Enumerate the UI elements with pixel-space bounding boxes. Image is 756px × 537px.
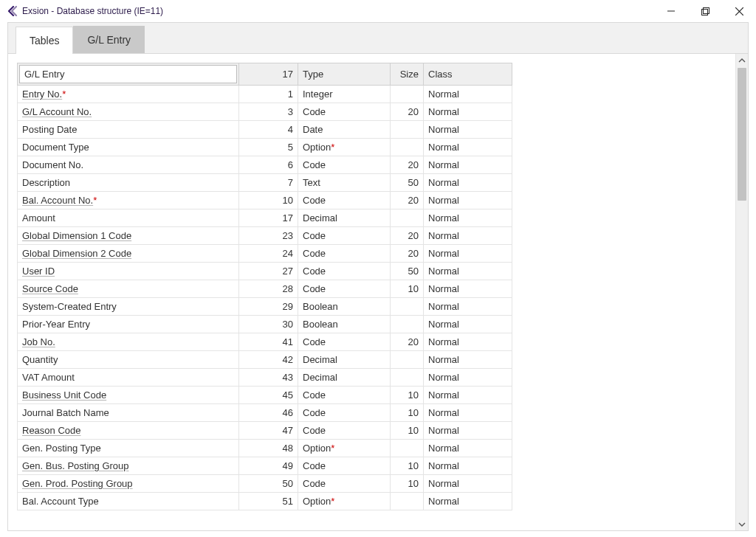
cell-field-no: 29	[239, 298, 298, 316]
cell-field-type: Decimal	[298, 369, 391, 387]
field-type: Code	[303, 195, 326, 206]
cell-field-name[interactable]: Gen. Bus. Posting Group	[18, 457, 239, 475]
cell-field-name[interactable]: Gen. Posting Type	[18, 440, 239, 457]
cell-field-size: 10	[391, 280, 424, 298]
table-row[interactable]: Document No.6Code20Normal	[18, 156, 512, 174]
cell-field-name[interactable]: Description	[18, 174, 239, 192]
table-row[interactable]: Quantity42DecimalNormal	[18, 351, 512, 369]
cell-field-class: Normal	[424, 121, 512, 139]
tab-gl-entry[interactable]: G/L Entry	[73, 26, 145, 53]
cell-field-no: 24	[239, 245, 298, 263]
table-row[interactable]: Bal. Account No.*10Code20Normal	[18, 192, 512, 209]
cell-field-no: 41	[239, 333, 298, 351]
cell-field-class: Normal	[424, 493, 512, 510]
table-row[interactable]: Gen. Prod. Posting Group50Code10Normal	[18, 475, 512, 493]
table-row[interactable]: G/L Account No.3Code20Normal	[18, 103, 512, 121]
cell-field-name[interactable]: Amount	[18, 209, 239, 227]
scroll-up-icon[interactable]	[736, 54, 748, 66]
field-name: G/L Account No.	[22, 106, 92, 117]
table-row[interactable]: Posting Date4DateNormal	[18, 121, 512, 139]
tab-label: Tables	[30, 35, 59, 46]
cell-field-name[interactable]: Prior-Year Entry	[18, 316, 239, 333]
scroll-thumb[interactable]	[738, 68, 746, 201]
cell-field-name[interactable]: Global Dimension 1 Code	[18, 227, 239, 245]
cell-field-size: 10	[391, 422, 424, 440]
cell-field-name[interactable]: Journal Batch Name	[18, 404, 239, 422]
column-header-no[interactable]: 17	[239, 63, 298, 86]
cell-field-name[interactable]: Bal. Account Type	[18, 493, 239, 510]
cell-field-no: 4	[239, 121, 298, 139]
cell-field-size: 10	[391, 404, 424, 422]
field-type: Code	[303, 336, 326, 347]
maximize-button[interactable]	[688, 0, 722, 22]
cell-field-size: 10	[391, 457, 424, 475]
column-header-size[interactable]: Size	[391, 63, 424, 86]
cell-field-name[interactable]: Posting Date	[18, 121, 239, 139]
table-row[interactable]: VAT Amount43DecimalNormal	[18, 369, 512, 387]
cell-field-name[interactable]: Bal. Account No.*	[18, 192, 239, 209]
cell-field-name[interactable]: Source Code	[18, 280, 239, 298]
field-name: Gen. Prod. Posting Group	[22, 478, 133, 489]
scroll-down-icon[interactable]	[736, 518, 748, 530]
close-button[interactable]	[722, 0, 756, 22]
cell-field-type: Integer	[298, 86, 391, 103]
table-row[interactable]: Reason Code47Code10Normal	[18, 422, 512, 440]
cell-field-name[interactable]: User ID	[18, 263, 239, 280]
cell-field-name[interactable]: VAT Amount	[18, 369, 239, 387]
table-row[interactable]: Entry No.*1IntegerNormal	[18, 86, 512, 103]
field-name: Posting Date	[22, 124, 77, 135]
cell-field-name[interactable]: Document Type	[18, 139, 239, 156]
field-name: User ID	[22, 266, 55, 277]
cell-field-type: Code	[298, 192, 391, 209]
titlebar: Exsion - Database structure (IE=11)	[0, 0, 756, 22]
cell-field-name[interactable]: Gen. Prod. Posting Group	[18, 475, 239, 493]
cell-field-name[interactable]: Reason Code	[18, 422, 239, 440]
cell-field-class: Normal	[424, 245, 512, 263]
vertical-scrollbar[interactable]	[735, 54, 748, 530]
table-row[interactable]: Amount17DecimalNormal	[18, 209, 512, 227]
minimize-button[interactable]	[654, 0, 688, 22]
cell-field-name[interactable]: Document No.	[18, 156, 239, 174]
field-type: Option	[303, 443, 331, 454]
cell-field-name[interactable]: Business Unit Code	[18, 387, 239, 404]
field-type: Boolean	[303, 301, 338, 312]
table-row[interactable]: Description7Text50Normal	[18, 174, 512, 192]
table-row[interactable]: System-Created Entry29BooleanNormal	[18, 298, 512, 316]
field-type: Integer	[303, 89, 332, 100]
cell-field-class: Normal	[424, 351, 512, 369]
column-header-type[interactable]: Type	[298, 63, 391, 86]
cell-field-name[interactable]: Global Dimension 2 Code	[18, 245, 239, 263]
option-star-icon: *	[331, 443, 334, 454]
table-row[interactable]: Bal. Account Type51Option*Normal	[18, 493, 512, 510]
column-header-name[interactable]	[18, 63, 239, 86]
window-controls	[654, 0, 756, 22]
table-row[interactable]: Prior-Year Entry30BooleanNormal	[18, 316, 512, 333]
table-row[interactable]: Job No.41Code20Normal	[18, 333, 512, 351]
cell-field-name[interactable]: Job No.	[18, 333, 239, 351]
field-type: Decimal	[303, 212, 337, 224]
table-row[interactable]: Source Code28Code10Normal	[18, 280, 512, 298]
table-row[interactable]: Gen. Posting Type48Option*Normal	[18, 440, 512, 457]
field-type: Option	[303, 142, 331, 153]
table-row[interactable]: Gen. Bus. Posting Group49Code10Normal	[18, 457, 512, 475]
filter-input[interactable]	[19, 65, 237, 83]
cell-field-name[interactable]: Entry No.*	[18, 86, 239, 103]
table-row[interactable]: Business Unit Code45Code10Normal	[18, 387, 512, 404]
table-row[interactable]: User ID27Code50Normal	[18, 263, 512, 280]
table-row[interactable]: Journal Batch Name46Code10Normal	[18, 404, 512, 422]
field-name: Global Dimension 1 Code	[22, 230, 131, 241]
cell-field-name[interactable]: System-Created Entry	[18, 298, 239, 316]
table-row[interactable]: Document Type5Option*Normal	[18, 139, 512, 156]
scroll-track[interactable]	[736, 66, 748, 518]
cell-field-no: 10	[239, 192, 298, 209]
cell-field-no: 5	[239, 139, 298, 156]
cell-field-no: 46	[239, 404, 298, 422]
column-header-class[interactable]: Class	[424, 63, 512, 86]
table-row[interactable]: Global Dimension 2 Code24Code20Normal	[18, 245, 512, 263]
cell-field-name[interactable]: Quantity	[18, 351, 239, 369]
table-row[interactable]: Global Dimension 1 Code23Code20Normal	[18, 227, 512, 245]
cell-field-size: 20	[391, 156, 424, 174]
cell-field-name[interactable]: G/L Account No.	[18, 103, 239, 121]
svg-rect-2	[703, 7, 709, 13]
tab-tables[interactable]: Tables	[16, 27, 73, 54]
